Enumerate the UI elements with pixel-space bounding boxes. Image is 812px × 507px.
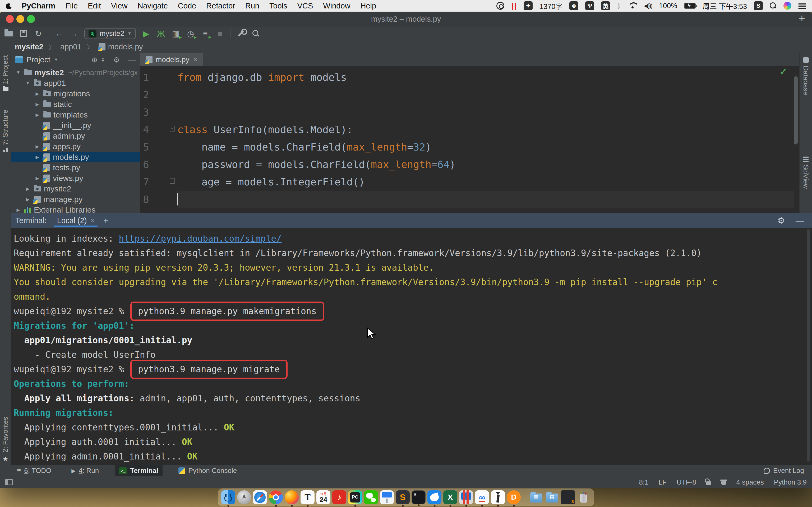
code-line-7[interactable]: age = models.IntegerField() <box>177 173 794 191</box>
code-line-4[interactable]: class UserInfo(models.Model): <box>177 121 794 138</box>
dock-icon-launchpad[interactable] <box>237 490 251 504</box>
tree-item-__init__-py[interactable]: __init__.py <box>11 120 140 131</box>
code-editor[interactable]: 1234−567−8 from django.db import modelsc… <box>140 66 799 214</box>
dock-icon-folder-windows[interactable]: ⊞ <box>545 490 559 504</box>
tree-expand-icon[interactable]: ▶ <box>34 91 41 97</box>
open-icon[interactable] <box>4 31 13 37</box>
dock-icon-trash[interactable] <box>577 490 591 504</box>
tree-item-migrations[interactable]: ▶migrations <box>11 89 140 99</box>
code-line-5[interactable]: name = models.CharField(max_length=32) <box>177 138 794 156</box>
hide-panel-icon[interactable]: — <box>796 216 804 226</box>
debug-button[interactable]: Ж <box>156 29 165 39</box>
tree-expand-icon[interactable]: ▶ <box>34 176 41 181</box>
highlighting-level-icon[interactable] <box>721 480 726 485</box>
breadcrumb-item-models-py[interactable]: models.py <box>99 43 143 51</box>
code-line-1[interactable]: from django.db import models <box>177 69 794 86</box>
tree-expand-icon[interactable]: ▼ <box>24 80 31 86</box>
dock-icon-calendar[interactable]: 11月24 <box>316 490 331 504</box>
toolwindow-tab-terminal[interactable]: >_Terminal <box>115 465 162 476</box>
dock-icon-cloud-app[interactable]: ∞ <box>475 490 489 504</box>
screen-record-indicator[interactable]: || <box>511 1 517 10</box>
tree-expand-icon[interactable]: ▶ <box>24 186 31 192</box>
mic-input-icon[interactable]: Ψ <box>585 1 594 10</box>
toolwindow-tab-todo[interactable]: ≡6: TODO <box>13 465 55 476</box>
dock-icon-chrome[interactable] <box>269 490 283 504</box>
gear-icon[interactable]: ⚙ <box>113 55 120 64</box>
toolwindow-tab-run[interactable]: ▶4: Run <box>67 465 103 476</box>
concurrency-button[interactable]: ≡ <box>201 29 210 38</box>
profiler-button[interactable]: ◷ <box>186 29 195 38</box>
tree-item-models-py[interactable]: ▶models.py <box>11 152 140 162</box>
run-configuration-select[interactable]: dj mysite2 ▼ <box>84 28 136 39</box>
save-all-icon[interactable] <box>19 30 28 37</box>
menu-item-code[interactable]: Code <box>178 2 196 10</box>
back-icon[interactable]: ← <box>55 29 64 38</box>
forward-icon[interactable]: → <box>69 29 79 38</box>
tree-item-admin-py[interactable]: admin.py <box>11 131 140 141</box>
menu-item-refactor[interactable]: Refactor <box>206 2 235 10</box>
collapse-all-icon[interactable]: ▲▼ <box>101 57 105 62</box>
netdisk-rings-icon[interactable] <box>496 2 504 10</box>
menu-item-navigate[interactable]: Navigate <box>138 2 167 10</box>
sidebar-item-database[interactable]: Database <box>800 57 811 95</box>
control-center-icon[interactable] <box>798 3 806 9</box>
dock-icon-typora[interactable]: T <box>301 490 314 504</box>
lock-icon[interactable] <box>706 482 711 485</box>
tree-expand-icon[interactable]: ▶ <box>34 112 41 118</box>
dock-icon-dingtalk[interactable] <box>427 490 442 504</box>
tab-models-py[interactable]: models.py × <box>140 53 203 66</box>
dock-icon-pycharm[interactable]: PC <box>348 490 362 504</box>
hide-panel-icon[interactable]: — <box>128 55 136 64</box>
indent-setting[interactable]: 4 spaces <box>737 478 764 487</box>
code-line-3[interactable] <box>177 104 794 121</box>
caret-position[interactable]: 8:1 <box>639 478 648 487</box>
siri-icon[interactable] <box>783 2 792 10</box>
tree-expand-icon[interactable]: ▶ <box>15 207 22 213</box>
menu-item-file[interactable]: File <box>65 2 78 10</box>
tree-expand-icon[interactable]: ▶ <box>34 155 41 160</box>
dingtalk-menu-icon[interactable]: ✦ <box>524 1 532 10</box>
tree-item-static[interactable]: ▶static <box>11 99 140 110</box>
dock-icon-minimized-window[interactable] <box>561 490 575 504</box>
spotlight-icon[interactable] <box>770 2 776 9</box>
menu-item-help[interactable]: Help <box>361 2 376 10</box>
stop-button[interactable]: ■ <box>216 29 225 38</box>
dock-icon-parallels[interactable] <box>459 490 473 504</box>
wrench-icon[interactable] <box>237 30 246 37</box>
editor-code[interactable]: from django.db import modelsclass UserIn… <box>177 69 794 208</box>
tree-item-mysite2[interactable]: ▼mysite2 ~/PycharmProjects/gx <box>11 67 140 78</box>
dock-icon-terminal[interactable]: $ <box>412 490 425 504</box>
dock-icon-folder-downloads[interactable]: ≣ <box>529 490 543 504</box>
terminal-console[interactable]: Looking in indexes: https://pypi.douban.… <box>11 228 812 465</box>
sidebar-item-favorites[interactable]: 2: Favorites ★ <box>0 417 11 463</box>
project-panel-title[interactable]: Project <box>27 55 50 64</box>
tree-item-tests-py[interactable]: tests.py <box>11 162 140 173</box>
battery-icon[interactable] <box>684 3 696 9</box>
breadcrumb-item-mysite2[interactable]: mysite2 <box>15 43 43 51</box>
close-icon[interactable]: × <box>90 217 94 224</box>
tree-item-templates[interactable]: ▶templates <box>11 110 140 120</box>
sidebar-item-project[interactable]: 1: Project <box>0 55 11 91</box>
tree-item-manage-py[interactable]: ▶manage.py <box>11 194 140 205</box>
python-interpreter[interactable]: Python 3.9 <box>774 478 807 487</box>
menu-item-run[interactable]: Run <box>245 2 259 10</box>
bluetooth-icon[interactable]: ᛒ <box>617 2 621 10</box>
editor-scrollbar[interactable] <box>794 76 798 145</box>
apple-menu-icon[interactable] <box>6 2 12 9</box>
dock-icon-wechat[interactable] <box>364 490 378 504</box>
tree-expand-icon[interactable]: ▼ <box>15 70 22 75</box>
gear-icon[interactable]: ⚙ <box>777 216 785 226</box>
dock-icon-tie-app[interactable] <box>491 490 505 504</box>
close-icon[interactable]: × <box>194 56 197 63</box>
dock-icon-tv-app[interactable]: D <box>507 490 521 504</box>
tree-expand-icon[interactable]: ▶ <box>34 144 41 150</box>
breadcrumb-item-app01[interactable]: app01 <box>60 43 82 51</box>
search-everywhere-icon[interactable] <box>251 30 260 37</box>
tree-item-app01[interactable]: ▼app01 <box>11 78 140 89</box>
menu-item-window[interactable]: Window <box>323 2 350 10</box>
menu-item-view[interactable]: View <box>111 2 128 10</box>
tree-item-views-py[interactable]: ▶views.py <box>11 173 140 183</box>
inspections-ok-icon[interactable]: ✓ <box>780 66 788 77</box>
dock-icon-excel[interactable]: X <box>443 490 457 504</box>
line-separator[interactable]: LF <box>659 478 667 487</box>
